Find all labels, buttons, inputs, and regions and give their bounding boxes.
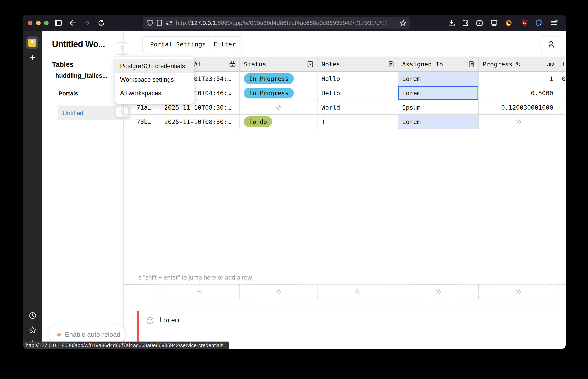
decimal-number-icon: .00 [546,62,554,67]
cell-last[interactable]: 0 [558,72,566,86]
status-pill-in-progress[interactable]: In Progress [244,73,294,84]
downloads-icon[interactable] [447,19,456,27]
status-pill-to-do[interactable]: To do [244,116,272,127]
menu-item-all-workspaces[interactable]: All workspaces [115,86,194,100]
add-workspace-button[interactable]: + [23,52,42,63]
new-cell-assigned-to[interactable] [398,284,479,299]
status-pill-in-progress[interactable]: In Progress [244,88,294,98]
shield-icon[interactable] [147,19,153,26]
browser-window: http://127.0.0.1:8080/app/w/019a36d4d86f… [23,15,566,349]
cell-last[interactable] [558,115,566,129]
page-info-icon[interactable] [157,20,162,26]
url-bar[interactable]: http://127.0.0.1:8080/app/w/019a36d4d86f… [143,17,410,29]
null-value-icon [515,289,521,295]
cell-notes[interactable]: World [318,100,398,115]
new-cell-created-at[interactable] [160,284,240,299]
permissions-toggles-icon[interactable] [166,20,172,26]
text-field-icon [469,61,474,67]
auto-reload-label: Enable auto-reload [65,331,120,338]
cell-status[interactable]: In Progress [240,86,318,100]
single-select-icon [308,61,313,67]
portal-item-label[interactable]: Untitled [62,110,83,117]
cell-last[interactable] [558,100,566,115]
app-menu-icon[interactable] [550,19,558,27]
sidebar-toggle-icon[interactable] [54,19,62,27]
record-title[interactable]: Lorem [159,316,179,324]
cell-notes[interactable]: Hello [318,72,398,86]
user-button[interactable] [541,36,561,52]
record-panel-divider [123,311,566,311]
workspace-menu-button[interactable]: ⋮ [116,42,128,55]
close-window-button[interactable] [28,21,32,25]
cell-assigned-to[interactable]: Lorem [398,115,479,129]
extensions-icon[interactable] [461,19,469,27]
status-url-text: http://127.0.0.1:8080/app/w/019a36d4d86f… [26,342,223,348]
screenshot-tool-icon[interactable] [490,19,498,27]
ublock-origin-icon[interactable]: uO [520,19,529,27]
cell-progress-empty[interactable] [479,115,558,129]
new-row-placeholder[interactable] [123,284,566,299]
url-host: 127.0.0.1 [191,19,216,26]
cell-status-empty[interactable] [240,100,318,115]
workspace-context-menu: PostgreSQL credentials Workspace setting… [115,57,194,104]
tables-section-label: Tables [52,60,74,68]
pin-icon [28,39,36,47]
portal-settings-label: Portal Settings [150,41,206,48]
menu-item-workspace-settings[interactable]: Workspace settings [115,73,194,86]
cell-created-at[interactable]: 2025-11-10T08:30:… [160,115,240,129]
maximize-window-button[interactable] [44,21,49,25]
cell-status[interactable]: In Progress [240,72,318,86]
screen: http://127.0.0.1:8080/app/w/019a36d4d86f… [0,0,588,379]
cell-last[interactable] [558,86,566,100]
workspace-app-icon[interactable] [26,36,38,49]
privacy-badger-icon[interactable] [504,19,513,27]
container-box-icon[interactable] [475,19,484,27]
menu-item-postgresql-credentials[interactable]: PostgreSQL credentials [115,59,194,73]
cell-progress[interactable]: 0.5000 [479,86,558,100]
url-text[interactable]: http://127.0.0.1:8080/app/w/019a36d4d86f… [176,19,387,26]
auto-reload-status-dot [57,333,61,337]
cell-id[interactable]: 73b… [123,115,160,129]
url-path: :8080/app/w/019a36d4d86f7af4ac668a0e8693… [216,19,381,26]
add-row-hint: s "shift + enter" to jump here or add a … [138,274,252,281]
portal-settings-button[interactable]: Portal Settings [142,36,214,52]
auto-generate-sparkle-icon [196,288,203,295]
link-target-statusbar: http://127.0.0.1:8080/app/w/019a36d4d86f… [23,342,229,349]
password-manager-icon[interactable] [535,19,543,27]
forward-button[interactable] [83,19,91,27]
cell-notes[interactable]: Hello [318,86,398,100]
null-value-icon [435,289,441,295]
null-value-icon [515,119,521,125]
column-header-last[interactable]: L [558,57,566,72]
workspace-title: Untitled Wo... [52,39,105,49]
minimize-window-button[interactable] [36,21,41,25]
browser-toolbar: http://127.0.0.1:8080/app/w/019a36d4d86f… [23,15,566,31]
new-cell-id[interactable] [123,284,160,299]
column-header-progress[interactable]: Progress % .00 [479,57,558,72]
cell-assigned-to[interactable]: Lorem [398,72,479,86]
sidebar-item-portal-untitled[interactable]: Untitled ⋮ [58,106,131,120]
new-cell-progress[interactable] [479,284,558,299]
reload-button[interactable] [97,19,105,27]
new-cell-status[interactable] [240,284,318,299]
new-cell-notes[interactable] [318,284,398,299]
bookmark-star-icon[interactable] [400,20,407,26]
new-cell-last[interactable] [558,284,566,299]
cell-progress[interactable]: −1 [479,72,558,86]
filter-label: Filter [213,41,236,48]
back-button[interactable] [69,19,77,27]
cell-assigned-to-selected[interactable]: Lorem [398,86,479,100]
column-header-assigned-to[interactable]: Assigned To [398,57,479,72]
url-tail: 019a4 [381,19,387,26]
cell-progress[interactable]: 0.120030001000 [479,100,558,115]
column-header-status[interactable]: Status [240,57,318,72]
filter-button[interactable]: Filter [208,36,241,52]
column-header-notes[interactable]: Notes [318,57,398,72]
cell-assigned-to[interactable]: Ipsum [398,100,479,115]
history-clock-icon[interactable] [23,312,42,319]
portals-section-label: Portals [59,90,78,97]
favorites-star-icon[interactable] [23,326,42,334]
cell-notes[interactable]: ! [318,115,398,129]
sidebar-item-table[interactable]: huddling_italics... [55,72,107,79]
cell-status[interactable]: To do [240,115,318,129]
